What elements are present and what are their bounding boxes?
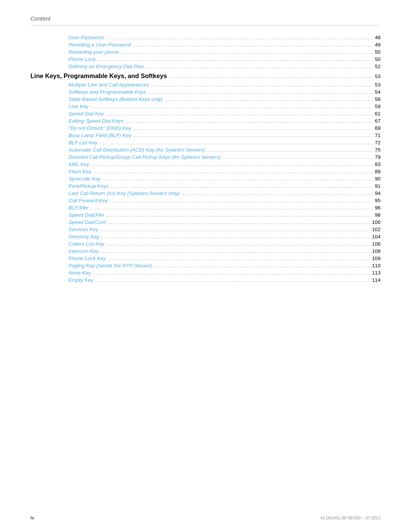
- toc-link[interactable]: Resetting a User Password: [68, 42, 131, 48]
- toc-entry[interactable]: Busy Lamp Field (BLF) Key...............…: [68, 133, 381, 138]
- toc-link[interactable]: Phone Lock Key: [68, 256, 106, 261]
- toc-label[interactable]: Sprecode Key: [68, 176, 101, 182]
- toc-entry[interactable]: Directory Key...........................…: [68, 234, 381, 240]
- toc-link[interactable]: Speed Dial Key: [68, 111, 104, 117]
- toc-entry[interactable]: XML Key.................................…: [68, 161, 381, 167]
- toc-entry[interactable]: Empty Key...............................…: [68, 277, 381, 283]
- toc-link[interactable]: BLF/Xfer: [68, 205, 89, 211]
- toc-label[interactable]: State-Based Softkeys (Bottom Keys only): [68, 96, 163, 102]
- toc-link[interactable]: Busy Lamp Field (BLF) Key: [68, 133, 131, 138]
- toc-label[interactable]: Speed Dial/Conf: [68, 219, 106, 225]
- toc-entry[interactable]: Last Call Return (lcr) Key (Sylantro Ser…: [68, 190, 381, 196]
- toc-entry[interactable]: Speed Dial/Xfer.........................…: [68, 212, 381, 218]
- toc-entry[interactable]: BLF List Key............................…: [68, 140, 381, 145]
- toc-label[interactable]: Speed Dial/Xfer: [68, 212, 105, 218]
- toc-label[interactable]: Flash Key: [68, 169, 91, 174]
- toc-link[interactable]: Call Forward Key: [68, 198, 108, 203]
- toc-label[interactable]: Callers List Key: [68, 241, 104, 247]
- toc-entry[interactable]: Phone Lock..............................…: [68, 56, 381, 62]
- toc-link[interactable]: Phone Lock: [68, 56, 96, 62]
- toc-label[interactable]: Intercom Key: [68, 248, 99, 254]
- toc-link[interactable]: State-Based Softkeys (Bottom Keys only): [68, 96, 163, 102]
- toc-label[interactable]: Busy Lamp Field (BLF) Key: [68, 133, 131, 138]
- toc-entry[interactable]: Speed Dial/Conf.........................…: [68, 219, 381, 225]
- toc-label[interactable]: Softkeys and Programmable Keys: [68, 89, 146, 95]
- toc-label[interactable]: Editing Speed Dial Keys: [68, 118, 124, 124]
- toc-entry[interactable]: Sprecode Key............................…: [68, 176, 381, 182]
- toc-link[interactable]: Directory Key: [68, 234, 99, 240]
- toc-entry[interactable]: Automatic Call Distribution (ACD) Key (f…: [68, 147, 381, 153]
- toc-label[interactable]: Phone Lock: [68, 56, 96, 62]
- toc-entry[interactable]: Editing Speed Dial Keys.................…: [68, 118, 381, 124]
- toc-link[interactable]: User Password: [68, 35, 104, 40]
- toc-label[interactable]: Directed Call Pickup/Group Call Pickup K…: [68, 154, 221, 160]
- toc-link[interactable]: Speed Dial/Conf: [68, 219, 106, 225]
- toc-link[interactable]: BLF List Key: [68, 140, 97, 145]
- toc-link[interactable]: Last Call Return (lcr) Key (Sylantro Ser…: [68, 190, 180, 196]
- dots: ........................................…: [95, 277, 370, 283]
- toc-entry[interactable]: Directed Call Pickup/Group Call Pickup K…: [68, 154, 381, 160]
- toc-label[interactable]: Resetting a User Password: [68, 42, 131, 48]
- toc-entry[interactable]: Phone Lock Key..........................…: [68, 256, 381, 261]
- toc-label[interactable]: Speed Dial Key: [68, 111, 104, 117]
- toc-link[interactable]: Services Key: [68, 227, 99, 232]
- toc-entry[interactable]: None Key................................…: [68, 270, 381, 276]
- toc-entry[interactable]: Resetting a User Password...............…: [68, 42, 381, 48]
- toc-link[interactable]: Intercom Key: [68, 248, 99, 254]
- toc-link[interactable]: None Key: [68, 270, 91, 276]
- toc-label[interactable]: Park/Pickup Keys: [68, 183, 109, 189]
- toc-label[interactable]: None Key: [68, 270, 91, 276]
- toc-link[interactable]: Sprecode Key: [68, 176, 101, 182]
- toc-link[interactable]: Defining an Emergency Dial Plan: [68, 64, 144, 69]
- toc-entry[interactable]: Restarting your phone...................…: [68, 49, 381, 55]
- toc-label[interactable]: Paging Key (Sends the RTP Stream): [68, 263, 152, 268]
- toc-label[interactable]: Directory Key: [68, 234, 99, 240]
- toc-entry[interactable]: State-Based Softkeys (Bottom Keys only).…: [68, 96, 381, 102]
- toc-label[interactable]: Empty Key: [68, 277, 93, 283]
- toc-link[interactable]: Multiple Line and Call Appearances: [68, 82, 149, 88]
- toc-label[interactable]: User Password: [68, 35, 104, 40]
- toc-link[interactable]: Paging Key (Sends the RTP Stream): [68, 263, 152, 268]
- toc-label[interactable]: "Do not Disturb" (DND) Key: [68, 125, 131, 131]
- toc-label[interactable]: BLF/Xfer: [68, 205, 89, 211]
- toc-link[interactable]: Park/Pickup Keys: [68, 183, 109, 189]
- toc-entry[interactable]: Defining an Emergency Dial Plan.........…: [68, 64, 381, 69]
- toc-entry[interactable]: Park/Pickup Keys........................…: [68, 183, 381, 189]
- toc-label[interactable]: Services Key: [68, 227, 99, 232]
- toc-link[interactable]: Empty Key: [68, 277, 93, 283]
- toc-entry[interactable]: Intercom Key............................…: [68, 248, 381, 254]
- toc-label[interactable]: Call Forward Key: [68, 198, 108, 203]
- toc-entry[interactable]: Speed Dial Key..........................…: [68, 111, 381, 117]
- toc-link[interactable]: Directed Call Pickup/Group Call Pickup K…: [68, 154, 221, 160]
- toc-entry[interactable]: Paging Key (Sends the RTP Stream).......…: [68, 263, 381, 268]
- toc-label[interactable]: Multiple Line and Call Appearances: [68, 82, 149, 88]
- toc-label[interactable]: BLF List Key: [68, 140, 97, 145]
- toc-entry[interactable]: "Do not Disturb" (DND) Key..............…: [68, 125, 381, 131]
- toc-entry[interactable]: Callers List Key........................…: [68, 241, 381, 247]
- toc-link[interactable]: Flash Key: [68, 169, 91, 174]
- toc-entry[interactable]: Softkeys and Programmable Keys..........…: [68, 89, 381, 95]
- toc-label[interactable]: Automatic Call Distribution (ACD) Key (f…: [68, 147, 205, 153]
- toc-label[interactable]: Last Call Return (lcr) Key (Sylantro Ser…: [68, 190, 180, 196]
- toc-entry[interactable]: Call Forward Key........................…: [68, 198, 381, 203]
- toc-link[interactable]: Automatic Call Distribution (ACD) Key (f…: [68, 147, 205, 153]
- toc-entry[interactable]: Flash Key...............................…: [68, 169, 381, 174]
- toc-label[interactable]: XML Key: [68, 161, 89, 167]
- toc-link[interactable]: Softkeys and Programmable Keys: [68, 89, 146, 95]
- toc-link[interactable]: "Do not Disturb" (DND) Key: [68, 125, 131, 131]
- toc-entry[interactable]: Multiple Line and Call Appearances......…: [68, 82, 381, 88]
- toc-entry[interactable]: User Password...........................…: [68, 35, 381, 40]
- toc-label[interactable]: Restarting your phone: [68, 49, 119, 55]
- toc-entry[interactable]: Services Key............................…: [68, 227, 381, 232]
- toc-entry[interactable]: Line Key................................…: [68, 104, 381, 109]
- toc-link[interactable]: Speed Dial/Xfer: [68, 212, 105, 218]
- toc-entry[interactable]: BLF/Xfer................................…: [68, 205, 381, 211]
- toc-link[interactable]: Editing Speed Dial Keys: [68, 118, 124, 124]
- toc-label[interactable]: Defining an Emergency Dial Plan: [68, 64, 144, 69]
- toc-label[interactable]: Line Key: [68, 104, 89, 109]
- toc-link[interactable]: Restarting your phone: [68, 49, 119, 55]
- toc-link[interactable]: XML Key: [68, 161, 89, 167]
- toc-label[interactable]: Phone Lock Key: [68, 256, 106, 261]
- toc-link[interactable]: Line Key: [68, 104, 89, 109]
- toc-link[interactable]: Callers List Key: [68, 241, 104, 247]
